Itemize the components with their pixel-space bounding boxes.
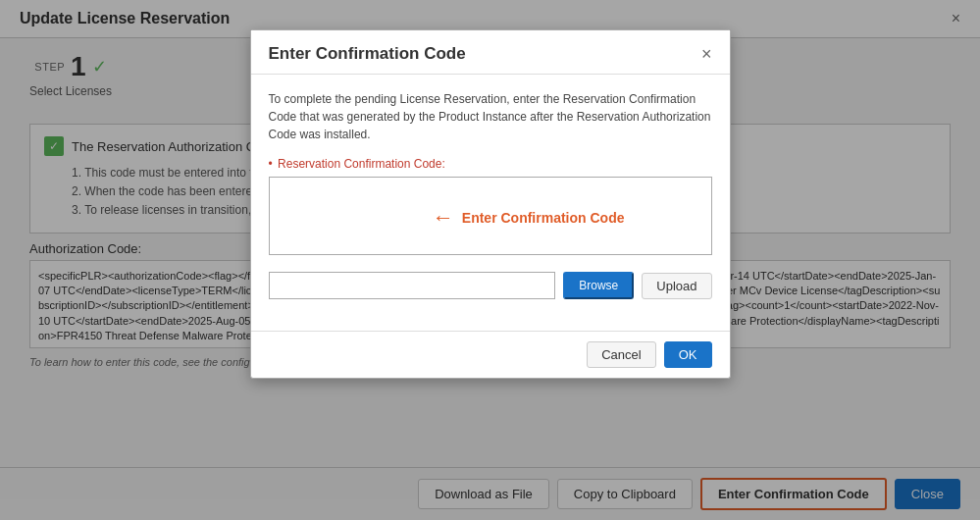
modal-header: Enter Confirmation Code × (251, 30, 730, 75)
cancel-button[interactable]: Cancel (587, 341, 655, 368)
ok-button[interactable]: OK (664, 341, 712, 368)
modal-close-button[interactable]: × (701, 45, 712, 63)
confirmation-modal: Enter Confirmation Code × To complete th… (250, 29, 731, 379)
modal-description: To complete the pending License Reservat… (269, 90, 712, 143)
modal-title: Enter Confirmation Code (269, 44, 466, 64)
field-label-text: Reservation Confirmation Code: (278, 157, 445, 171)
file-path-input[interactable] (269, 272, 556, 299)
confirmation-code-input[interactable] (269, 177, 712, 255)
field-label-row: • Reservation Confirmation Code: (269, 157, 712, 171)
required-asterisk: • (269, 157, 273, 171)
browse-button[interactable]: Browse (563, 272, 634, 299)
file-row: Browse Upload (269, 272, 712, 299)
upload-button[interactable]: Upload (642, 273, 711, 299)
textarea-container: ← Enter Confirmation Code (269, 177, 712, 258)
modal-overlay: Enter Confirmation Code × To complete th… (0, 0, 980, 520)
modal-body: To complete the pending License Reservat… (251, 75, 730, 331)
modal-footer: Cancel OK (251, 331, 730, 378)
